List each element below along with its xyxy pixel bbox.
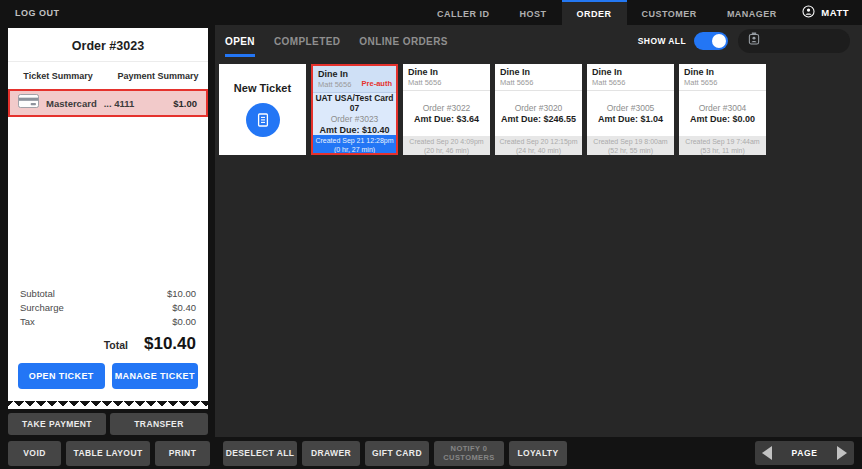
- user-icon: [802, 5, 815, 20]
- loyalty-button[interactable]: LOYALTY: [509, 441, 567, 466]
- order-number: Order #3022: [405, 103, 488, 113]
- order-number: Order #3004: [681, 103, 764, 113]
- order-type: Dine In: [500, 67, 577, 77]
- server-name: Matt 5656: [592, 78, 669, 87]
- transfer-button[interactable]: TRANSFER: [110, 413, 208, 435]
- created-time: Created Sep 21 12:28pm: [313, 136, 396, 145]
- manage-ticket-button[interactable]: MANAGE TICKET: [112, 363, 199, 389]
- user-menu[interactable]: MATT: [802, 0, 849, 25]
- receipt-buttons: OPEN TICKET MANAGE TICKET: [8, 357, 208, 401]
- preauth-badge: Pre-auth: [362, 79, 392, 88]
- orders-panel: OPEN COMPLETED ONLINE ORDERS SHOW ALL: [215, 25, 862, 437]
- card-body: Order #3005 Amt Due: $1.04: [587, 91, 674, 136]
- order-type: Dine In: [592, 67, 669, 77]
- ticket-summary-header: Ticket Summary: [8, 71, 108, 81]
- summary-headers: Ticket Summary Payment Summary: [8, 62, 208, 89]
- order-card-3004[interactable]: Dine In Matt 5656 Order #3004 Amt Due: $…: [679, 64, 766, 155]
- total-value: $10.40: [144, 334, 196, 354]
- tab-caller-id[interactable]: CALLER ID: [422, 0, 505, 25]
- payment-method: Mastercard: [46, 98, 97, 109]
- logout-button[interactable]: LOG OUT: [0, 0, 75, 25]
- new-ticket-card[interactable]: New Ticket: [219, 64, 306, 155]
- gift-card-button[interactable]: GIFT CARD: [365, 441, 429, 466]
- payment-row-selected[interactable]: Mastercard ... 4111 $1.00: [8, 89, 208, 117]
- surcharge-label: Surcharge: [20, 301, 64, 315]
- order-type: Dine In: [684, 67, 761, 77]
- tab-order[interactable]: ORDER: [562, 0, 627, 25]
- new-ticket-receipt-icon: [246, 103, 280, 137]
- tab-online-orders[interactable]: ONLINE ORDERS: [359, 25, 448, 57]
- page-prev-icon[interactable]: [762, 446, 772, 460]
- void-button[interactable]: VOID: [8, 441, 61, 466]
- total-label: Total: [104, 339, 128, 351]
- print-button[interactable]: PRINT: [155, 441, 210, 466]
- total-row: Total $10.40: [8, 331, 208, 357]
- payment-card-last4: ... 4111: [104, 98, 135, 109]
- tab-manager[interactable]: MANAGER: [712, 0, 792, 25]
- amount-due: Amt Due: $10.40: [315, 125, 394, 135]
- order-type: Dine In: [318, 69, 391, 79]
- ticket-cards-row: New Ticket Dine In Matt 5656 Pre-auth: [215, 57, 862, 155]
- tab-completed-orders[interactable]: COMPLETED: [274, 25, 340, 57]
- pos-app: LOG OUT CALLER ID HOST ORDER CUSTOMER MA…: [0, 0, 862, 469]
- toggle-knob: [712, 34, 726, 48]
- card-header: Dine In Matt 5656: [495, 64, 582, 91]
- order-number: Order #3005: [589, 103, 672, 113]
- card-header: Dine In Matt 5656: [587, 64, 674, 91]
- card-header: Dine In Matt 5656: [403, 64, 490, 91]
- ticket-panel: Order #3023 Ticket Summary Payment Summa…: [0, 25, 215, 437]
- card-footer: Created Sep 20 4:09pm (20 hr, 46 min): [403, 136, 490, 155]
- receipt: Order #3023 Ticket Summary Payment Summa…: [8, 28, 208, 401]
- ticket-age: (0 hr, 27 min): [313, 145, 396, 154]
- card-footer: Created Sep 19 8:00am (52 hr, 55 min): [587, 136, 674, 155]
- table-layout-button[interactable]: TABLE LAYOUT: [66, 441, 150, 466]
- tab-customer[interactable]: CUSTOMER: [627, 0, 712, 25]
- card-header: Dine In Matt 5656: [679, 64, 766, 91]
- subtotal-value: $10.00: [167, 287, 196, 301]
- deselect-all-button[interactable]: DESELECT ALL: [223, 441, 297, 466]
- created-time: Created Sep 19 8:00am: [587, 137, 674, 146]
- tab-open-orders[interactable]: OPEN: [225, 25, 255, 57]
- receipt-torn-edge: [8, 401, 208, 409]
- tab-host[interactable]: HOST: [505, 0, 562, 25]
- new-ticket-label: New Ticket: [234, 82, 291, 94]
- amount-due: Amt Due: $1.04: [589, 114, 672, 124]
- page-next-icon[interactable]: [837, 446, 847, 460]
- open-ticket-button[interactable]: OPEN TICKET: [18, 363, 105, 389]
- order-number: Order #3023: [315, 114, 394, 124]
- order-card-3022[interactable]: Dine In Matt 5656 Order #3022 Amt Due: $…: [403, 64, 490, 155]
- show-all-toggle[interactable]: [694, 32, 728, 50]
- notify-customers-button[interactable]: NOTIFY 0 CUSTOMERS: [434, 441, 504, 466]
- subtotal-row: Subtotal $10.00: [20, 287, 196, 301]
- take-payment-button[interactable]: TAKE PAYMENT: [8, 413, 106, 435]
- receipt-empty-area: [8, 117, 208, 287]
- order-card-3020[interactable]: Dine In Matt 5656 Order #3020 Amt Due: $…: [495, 64, 582, 155]
- subtotal-label: Subtotal: [20, 287, 55, 301]
- created-time: Created Sep 20 12:15pm: [495, 137, 582, 146]
- tax-label: Tax: [20, 315, 35, 329]
- bottom-action-bar: VOID TABLE LAYOUT PRINT DESELECT ALL DRA…: [0, 437, 862, 469]
- ticket-age: (20 hr, 46 min): [403, 146, 490, 155]
- show-all-control: SHOW ALL: [638, 32, 728, 50]
- page-label: PAGE: [792, 448, 818, 458]
- order-card-3023-selected[interactable]: Dine In Matt 5656 Pre-auth UAT USA/Test …: [311, 64, 398, 155]
- server-name: Matt 5656: [408, 78, 485, 87]
- top-tabs: CALLER ID HOST ORDER CUSTOMER MANAGER: [422, 0, 792, 25]
- order-number: Order #3020: [497, 103, 580, 113]
- order-title: Order #3023: [8, 28, 208, 62]
- drawer-button[interactable]: DRAWER: [302, 441, 360, 466]
- created-time: Created Sep 20 4:09pm: [403, 137, 490, 146]
- card-footer: Created Sep 20 12:15pm (24 hr, 40 min): [495, 136, 582, 155]
- totals-section: Subtotal $10.00 Surcharge $0.40 Tax $0.0…: [8, 287, 208, 331]
- ticket-age: (24 hr, 40 min): [495, 146, 582, 155]
- order-card-3005[interactable]: Dine In Matt 5656 Order #3005 Amt Due: $…: [587, 64, 674, 155]
- card-holder-name: UAT USA/Test Card 07: [315, 93, 394, 113]
- top-nav-bar: LOG OUT CALLER ID HOST ORDER CUSTOMER MA…: [0, 0, 862, 25]
- card-body: Order #3020 Amt Due: $246.55: [495, 91, 582, 136]
- tax-value: $0.00: [172, 315, 196, 329]
- surcharge-row: Surcharge $0.40: [20, 301, 196, 315]
- amount-due: Amt Due: $3.64: [405, 114, 488, 124]
- surcharge-value: $0.40: [172, 301, 196, 315]
- customer-search-box[interactable]: [738, 29, 850, 53]
- payment-amount: $1.00: [173, 98, 197, 109]
